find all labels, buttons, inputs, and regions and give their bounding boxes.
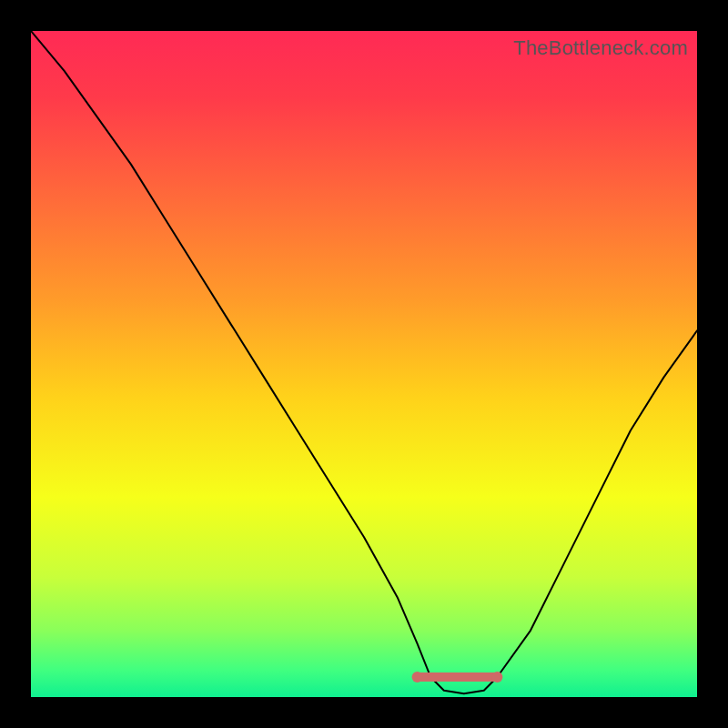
chart-frame: TheBottleneck.com — [9, 9, 719, 719]
plot-area: TheBottleneck.com — [31, 31, 697, 697]
chart-svg — [31, 31, 697, 697]
watermark-text: TheBottleneck.com — [513, 36, 688, 60]
gradient-background — [31, 31, 697, 697]
plateau-dot-left — [412, 672, 423, 682]
plateau-dot-right — [491, 672, 502, 682]
